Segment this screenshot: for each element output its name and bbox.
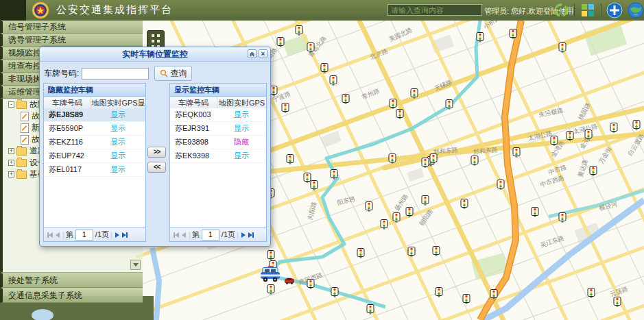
move-right-button[interactable]: >> <box>147 147 166 158</box>
next-page-button[interactable] <box>241 232 246 238</box>
traffic-light-icon[interactable] <box>276 37 285 47</box>
traffic-light-icon[interactable] <box>550 136 558 146</box>
traffic-light-icon[interactable] <box>429 153 438 164</box>
vehicle-row[interactable]: 苏EL0117显示 <box>44 163 145 177</box>
traffic-light-icon[interactable] <box>310 180 318 190</box>
globe-icon[interactable] <box>628 2 644 19</box>
gps-toggle-link[interactable]: 显示 <box>91 163 145 176</box>
traffic-light-icon[interactable] <box>462 294 470 304</box>
last-page-button[interactable] <box>122 232 128 238</box>
gps-toggle-link[interactable]: 显示 <box>217 149 266 162</box>
traffic-light-icon[interactable] <box>281 103 289 113</box>
traffic-light-icon[interactable] <box>407 247 416 257</box>
column-header-gps[interactable]: 地图实时GPS显示 <box>91 97 145 109</box>
sidebar-item[interactable]: 接处警子系统 <box>0 273 143 288</box>
traffic-light-icon[interactable] <box>307 42 315 53</box>
traffic-light-icon[interactable] <box>512 147 521 158</box>
traffic-light-icon[interactable] <box>470 156 479 166</box>
previous-page-button[interactable] <box>56 232 60 238</box>
traffic-light-icon[interactable] <box>531 207 539 217</box>
first-page-button[interactable] <box>47 232 53 238</box>
dialog-title-bar[interactable]: 实时车辆位置监控 <box>40 47 270 62</box>
traffic-light-icon[interactable] <box>331 287 339 297</box>
traffic-light-icon[interactable] <box>307 279 315 289</box>
traffic-light-icon[interactable] <box>410 88 418 99</box>
traffic-light-icon[interactable] <box>380 219 388 230</box>
collapse-icon[interactable] <box>248 49 257 58</box>
header-search-input[interactable] <box>387 4 482 16</box>
traffic-light-icon[interactable] <box>558 42 567 53</box>
scroll-down-arrow[interactable] <box>130 260 141 270</box>
vehicle-row[interactable]: 苏EUP742显示 <box>44 149 145 163</box>
sidebar-item[interactable]: 信号管理子系统 <box>0 21 143 34</box>
expand-node-icon[interactable]: + <box>8 148 14 154</box>
traffic-light-icon[interactable] <box>584 130 593 140</box>
collapse-node-icon[interactable]: - <box>8 101 14 108</box>
sidebar-item[interactable]: 交通信息采集子系统 <box>0 288 143 303</box>
vehicle-row[interactable]: 苏EJR391显示 <box>170 122 266 136</box>
traffic-light-icon[interactable] <box>389 99 397 109</box>
sidebar-item[interactable]: 诱导管理子系统 <box>0 34 143 47</box>
first-page-button[interactable] <box>174 232 179 238</box>
gps-toggle-link[interactable]: 显示 <box>91 149 145 162</box>
vehicle-row[interactable]: 苏E5590P显示 <box>44 122 145 136</box>
next-page-button[interactable] <box>115 232 119 238</box>
traffic-light-icon[interactable] <box>509 29 517 39</box>
last-page-button[interactable] <box>248 232 254 238</box>
gps-toggle-link[interactable]: 显示 <box>91 122 145 135</box>
close-icon[interactable]: × <box>259 49 267 58</box>
traffic-light-icon[interactable] <box>365 201 373 212</box>
traffic-light-icon[interactable] <box>435 287 443 297</box>
column-header-plate[interactable]: 车牌号码 <box>170 97 217 109</box>
gps-toggle-link[interactable]: 显示 <box>217 122 266 135</box>
column-header-plate[interactable]: 车牌号码 <box>44 97 91 109</box>
traffic-light-icon[interactable] <box>632 120 641 130</box>
column-header-gps[interactable]: 地图实时GPS显示 <box>217 97 266 109</box>
move-left-button[interactable]: << <box>147 162 166 173</box>
plate-number-input[interactable] <box>82 68 149 79</box>
expand-node-icon[interactable]: + <box>8 160 14 166</box>
previous-page-button[interactable] <box>182 232 186 238</box>
traffic-light-icon[interactable] <box>396 109 404 119</box>
query-button[interactable]: 查询 <box>154 66 192 81</box>
traffic-light-icon[interactable] <box>342 94 350 104</box>
police-vehicle-marker[interactable] <box>259 266 281 285</box>
traffic-light-icon[interactable] <box>267 250 275 260</box>
recycle-icon[interactable] <box>553 2 569 19</box>
traffic-light-icon[interactable] <box>490 289 498 299</box>
page-number-input[interactable] <box>202 230 219 241</box>
traffic-light-icon[interactable] <box>267 284 275 295</box>
gps-toggle-link[interactable]: 显示 <box>91 108 145 121</box>
traffic-light-icon[interactable] <box>558 212 567 223</box>
gps-toggle-link[interactable]: 显示 <box>217 108 266 121</box>
traffic-light-icon[interactable] <box>613 297 621 307</box>
gps-toggle-link[interactable]: 隐藏 <box>217 136 266 149</box>
traffic-light-icon[interactable] <box>566 131 574 141</box>
traffic-light-icon[interactable] <box>497 180 505 190</box>
add-icon[interactable] <box>606 2 623 19</box>
traffic-light-icon[interactable] <box>329 75 337 86</box>
traffic-light-icon[interactable] <box>366 304 374 315</box>
traffic-light-icon[interactable] <box>421 195 429 206</box>
expand-node-icon[interactable]: + <box>8 171 14 177</box>
traffic-light-icon[interactable] <box>392 212 401 223</box>
traffic-light-icon[interactable] <box>445 99 453 110</box>
car-marker[interactable] <box>285 275 294 287</box>
traffic-light-icon[interactable] <box>421 158 429 168</box>
traffic-light-icon[interactable] <box>405 207 414 217</box>
traffic-light-icon[interactable] <box>589 166 597 176</box>
traffic-light-icon[interactable] <box>610 123 618 133</box>
traffic-light-icon[interactable] <box>330 169 338 180</box>
traffic-light-icon[interactable] <box>286 154 294 164</box>
vehicle-row[interactable]: 苏EQK003显示 <box>170 108 266 122</box>
vehicle-row[interactable]: 苏EK9398显示 <box>170 149 266 163</box>
vehicle-row[interactable]: 苏EKZ116显示 <box>44 136 145 149</box>
traffic-light-icon[interactable] <box>295 25 303 36</box>
vehicle-row[interactable]: 苏EJ8S89显示 <box>44 108 145 122</box>
traffic-light-icon[interactable] <box>476 32 484 42</box>
traffic-light-icon[interactable] <box>432 246 440 256</box>
traffic-light-icon[interactable] <box>460 199 468 209</box>
gps-toggle-link[interactable]: 显示 <box>91 136 145 149</box>
traffic-light-icon[interactable] <box>320 63 329 73</box>
apps-grid-icon[interactable] <box>580 2 596 19</box>
